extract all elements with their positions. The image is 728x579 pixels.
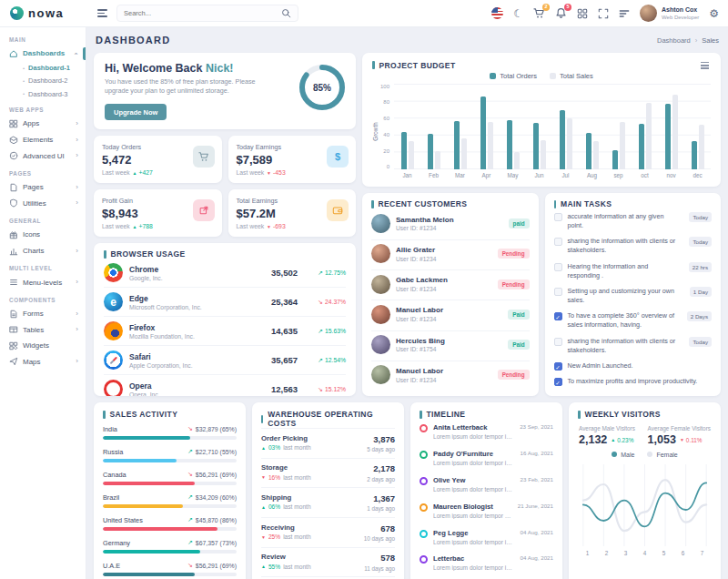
male-visitors-stat: Average Male Visitors 2,132 0.23% <box>579 425 635 446</box>
browser-row[interactable]: SafariApple Corporation, Inc. 35,657 12.… <box>104 345 346 374</box>
timeline-dot <box>420 477 428 485</box>
dark-mode-icon[interactable]: ☾ <box>513 8 523 19</box>
project-budget-card: PROJECT BUDGET Total OrdersTotal Sales G… <box>362 53 721 187</box>
sidebar-item-widgets[interactable]: Widgets <box>0 338 86 354</box>
notifications-bell-icon[interactable]: 5 <box>555 7 567 19</box>
customer-row[interactable]: Hercules BingUser ID: #1754 Paid <box>371 330 530 359</box>
upgrade-now-button[interactable]: Upgrade Now <box>105 104 167 120</box>
sidebar-item-dashboard-3[interactable]: Dashboard-3 <box>0 87 86 100</box>
main-tasks-card: MAIN TASKS accurate information at any g… <box>545 193 722 396</box>
progress-bar <box>103 436 190 440</box>
legend-item[interactable]: Total Orders <box>490 72 537 80</box>
menu-levels-icon <box>9 278 18 287</box>
sidebar-item-maps[interactable]: Maps› <box>0 354 86 371</box>
sidebar-item-dashboard-1[interactable]: Dashboard-1 <box>0 62 86 75</box>
sidebar-item-elements[interactable]: Elements› <box>0 132 86 148</box>
task-checkbox[interactable] <box>554 288 562 296</box>
user-menu[interactable]: Ashton Cox Web Developer <box>640 5 699 22</box>
recent-customers-title: RECENT CUSTOMERS <box>371 199 530 208</box>
female-visitors-stat: Average Female Visitors 1,053 0.11% <box>648 425 711 446</box>
progress-bar <box>103 573 195 576</box>
main-tasks-title: MAIN TASKS <box>554 199 713 208</box>
main-content: DASHBOARD Dashboard › Sales Hi, Welcome … <box>86 27 728 579</box>
bar-group <box>420 85 447 170</box>
cart-badge: 2 <box>542 4 550 11</box>
bar <box>488 122 493 169</box>
task-checkbox[interactable] <box>554 378 562 386</box>
legend-item[interactable]: Total Sales <box>550 72 593 80</box>
sales-row: Germany $67,357 (73%) <box>103 539 237 554</box>
breadcrumb: Dashboard › Sales <box>657 36 719 45</box>
customer-row[interactable]: Samantha MelonUser ID: #1234 paid <box>371 210 530 238</box>
bar <box>541 140 546 170</box>
fullscreen-icon[interactable] <box>598 8 609 19</box>
status-badge: Pending <box>498 279 530 290</box>
weekly-visitors-title: WEEKLY VISITORS <box>578 410 712 419</box>
bar <box>409 141 414 170</box>
bar <box>461 138 467 170</box>
sidebar-toggle-button[interactable] <box>97 9 107 17</box>
stat-card-profit-gain: Profit Gain $8,943 Last week +788 <box>94 189 222 237</box>
customer-row[interactable]: Allie GraterUser ID: #1234 Pending <box>371 239 530 268</box>
sidebar-item-pages[interactable]: Pages› <box>0 179 86 196</box>
sidebar-item-forms[interactable]: Forms› <box>0 306 86 322</box>
sidebar-item-dashboard-2[interactable]: Dashboard-2 <box>0 75 86 87</box>
task-checkbox[interactable] <box>554 338 562 346</box>
sales-row: Russia $22,710 (55%) <box>103 448 237 462</box>
legend-male[interactable]: Male <box>612 452 634 458</box>
browser-row[interactable]: ChromeGoogle, Inc. 35,502 12.75% <box>104 259 346 287</box>
orders-cart-icon <box>193 146 215 168</box>
top-navbar: nowa ☾ 2 5 Ashton Cox Web Develope <box>0 0 728 27</box>
sidebar-item-apps[interactable]: Apps› <box>0 116 86 132</box>
browser-row[interactable]: OperaOpera, Inc. 12,563 15.12% <box>104 374 346 396</box>
task-checkbox[interactable] <box>554 312 562 320</box>
sidebar-item-dashboards[interactable]: Dashboards› <box>0 46 86 62</box>
sidebar-item-utilities[interactable]: Utilities› <box>0 196 86 212</box>
bar <box>428 134 433 169</box>
bar <box>620 122 625 169</box>
visitors-x-labels: 1234567 <box>578 550 712 556</box>
filter-lines-icon[interactable] <box>619 8 630 19</box>
sales-row: India $32,879 (65%) <box>103 425 237 440</box>
brand-logo[interactable]: nowa <box>0 6 86 20</box>
sidebar-item-advanced-ui[interactable]: Advanced UI› <box>0 147 86 164</box>
task-checkbox[interactable] <box>554 362 562 371</box>
status-badge: Pending <box>498 370 530 380</box>
bar-group <box>684 85 711 170</box>
bar-group <box>552 85 579 170</box>
bar-group <box>658 85 684 170</box>
chevron-right-icon: › <box>76 137 78 144</box>
sidebar-item-menu-levels[interactable]: Menu-levels› <box>0 274 86 290</box>
language-flag-icon[interactable] <box>491 7 503 19</box>
bar <box>401 132 407 169</box>
task-checkbox[interactable] <box>554 213 562 221</box>
task-row: To maximize profits and improve producti… <box>554 374 713 390</box>
timeline-row: LetterbacLorem ipsum dolor tempor incidi… <box>420 550 553 576</box>
customer-row[interactable]: Manuel LaborUser ID: #1234 Paid <box>371 300 530 328</box>
customer-row[interactable]: Gabe LackmenUser ID: #1234 Pending <box>371 269 530 298</box>
sales-row: Brazil $34,209 (60%) <box>103 493 237 508</box>
sidebar-item-tables[interactable]: Tables› <box>0 322 86 339</box>
stat-card-today-orders: Today Orders 5,472 Last week +427 <box>94 136 222 183</box>
sales-row: U.A.E $56,291 (69%) <box>103 562 237 576</box>
task-checkbox[interactable] <box>554 238 562 246</box>
search-input[interactable] <box>124 9 281 17</box>
bar-group <box>500 85 526 170</box>
browser-row[interactable]: FirefoxMozilla Foundation, Inc. 14,635 1… <box>104 316 346 345</box>
chart-menu-icon[interactable] <box>699 60 711 71</box>
apps-icon <box>9 119 18 128</box>
warehouse-row: Storage 16%last month 2,1782 days ago <box>261 458 395 488</box>
sidebar-item-charts[interactable]: Charts› <box>0 243 86 259</box>
status-badge: Pending <box>498 249 530 259</box>
apps-grid-icon[interactable] <box>577 8 588 19</box>
cart-icon[interactable]: 2 <box>533 7 545 19</box>
search-icon[interactable] <box>281 8 291 18</box>
browser-row[interactable]: e EdgeMicrosoft Corporation, Inc. 25,364… <box>104 287 346 316</box>
sidebar-section-components: COMPONENTS <box>9 297 76 303</box>
customer-row[interactable]: Manuel LaborUser ID: #1234 Pending <box>371 361 530 389</box>
task-checkbox[interactable] <box>554 263 562 271</box>
sidebar-item-icons[interactable]: Icons <box>0 227 86 243</box>
legend-female[interactable]: Female <box>647 452 677 458</box>
breadcrumb-root[interactable]: Dashboard <box>657 36 691 45</box>
settings-gear-icon[interactable]: ⚙ <box>709 8 719 19</box>
